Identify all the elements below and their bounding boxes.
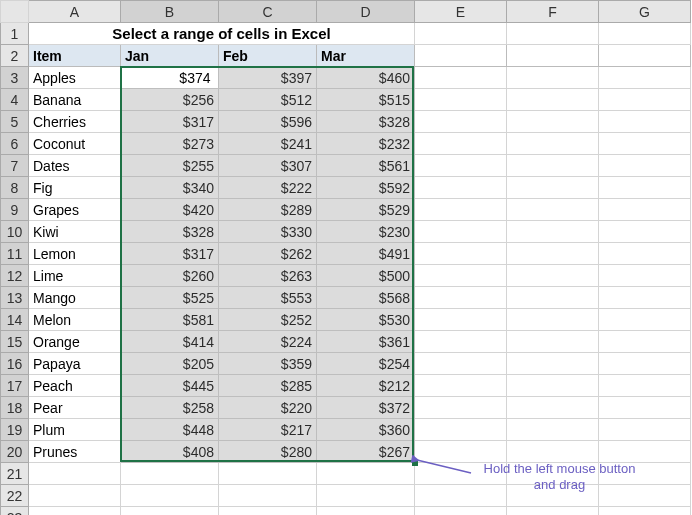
row-header-13[interactable]: 13: [1, 287, 29, 309]
cell-item-19[interactable]: Plum: [29, 419, 121, 441]
cell-G9[interactable]: [599, 199, 691, 221]
cell-D21[interactable]: [317, 463, 415, 485]
cell-feb-10[interactable]: $330: [219, 221, 317, 243]
header-jan[interactable]: Jan: [121, 45, 219, 67]
cell-feb-17[interactable]: $285: [219, 375, 317, 397]
cell-E3[interactable]: [415, 67, 507, 89]
cell-F7[interactable]: [507, 155, 599, 177]
cell-item-17[interactable]: Peach: [29, 375, 121, 397]
cell-mar-3[interactable]: $460: [317, 67, 415, 89]
cell-jan-11[interactable]: $317: [121, 243, 219, 265]
column-header-C[interactable]: C: [219, 1, 317, 23]
cell-F6[interactable]: [507, 133, 599, 155]
cell-feb-12[interactable]: $263: [219, 265, 317, 287]
cell-feb-11[interactable]: $262: [219, 243, 317, 265]
cell-E1[interactable]: [415, 23, 507, 45]
row-header-11[interactable]: 11: [1, 243, 29, 265]
cell-item-16[interactable]: Papaya: [29, 353, 121, 375]
cell-F11[interactable]: [507, 243, 599, 265]
row-header-22[interactable]: 22: [1, 485, 29, 507]
cell-E17[interactable]: [415, 375, 507, 397]
cell-G15[interactable]: [599, 331, 691, 353]
cell-feb-6[interactable]: $241: [219, 133, 317, 155]
cell-E8[interactable]: [415, 177, 507, 199]
cell-D22[interactable]: [317, 485, 415, 507]
cell-mar-14[interactable]: $530: [317, 309, 415, 331]
row-header-15[interactable]: 15: [1, 331, 29, 353]
cell-G4[interactable]: [599, 89, 691, 111]
cell-jan-20[interactable]: $408: [121, 441, 219, 463]
cell-item-14[interactable]: Melon: [29, 309, 121, 331]
cell-feb-16[interactable]: $359: [219, 353, 317, 375]
cell-item-18[interactable]: Pear: [29, 397, 121, 419]
cell-F4[interactable]: [507, 89, 599, 111]
cell-mar-6[interactable]: $232: [317, 133, 415, 155]
cell-E10[interactable]: [415, 221, 507, 243]
cell-F5[interactable]: [507, 111, 599, 133]
cell-E9[interactable]: [415, 199, 507, 221]
column-header-B[interactable]: B: [121, 1, 219, 23]
row-header-16[interactable]: 16: [1, 353, 29, 375]
cell-feb-18[interactable]: $220: [219, 397, 317, 419]
cell-mar-10[interactable]: $230: [317, 221, 415, 243]
cell-item-13[interactable]: Mango: [29, 287, 121, 309]
cell-A23[interactable]: [29, 507, 121, 516]
cell-jan-9[interactable]: $420: [121, 199, 219, 221]
cell-G12[interactable]: [599, 265, 691, 287]
cell-C21[interactable]: [219, 463, 317, 485]
cell-F17[interactable]: [507, 375, 599, 397]
column-header-D[interactable]: D: [317, 1, 415, 23]
cell-item-9[interactable]: Grapes: [29, 199, 121, 221]
cell-item-10[interactable]: Kiwi: [29, 221, 121, 243]
header-mar[interactable]: Mar: [317, 45, 415, 67]
row-header-3[interactable]: 3: [1, 67, 29, 89]
row-header-9[interactable]: 9: [1, 199, 29, 221]
cell-mar-16[interactable]: $254: [317, 353, 415, 375]
cell-item-7[interactable]: Dates: [29, 155, 121, 177]
cell-feb-14[interactable]: $252: [219, 309, 317, 331]
cell-E7[interactable]: [415, 155, 507, 177]
cell-D23[interactable]: [317, 507, 415, 516]
cell-F14[interactable]: [507, 309, 599, 331]
cell-mar-8[interactable]: $592: [317, 177, 415, 199]
cell-G14[interactable]: [599, 309, 691, 331]
cell-jan-4[interactable]: $256: [121, 89, 219, 111]
row-header-10[interactable]: 10: [1, 221, 29, 243]
row-header-19[interactable]: 19: [1, 419, 29, 441]
row-header-14[interactable]: 14: [1, 309, 29, 331]
row-header-17[interactable]: 17: [1, 375, 29, 397]
cell-E12[interactable]: [415, 265, 507, 287]
cell-mar-18[interactable]: $372: [317, 397, 415, 419]
cell-jan-14[interactable]: $581: [121, 309, 219, 331]
row-header-6[interactable]: 6: [1, 133, 29, 155]
cell-item-3[interactable]: Apples: [29, 67, 121, 89]
cell-item-5[interactable]: Cherries: [29, 111, 121, 133]
row-header-8[interactable]: 8: [1, 177, 29, 199]
cell-F2[interactable]: [507, 45, 599, 67]
cell-G18[interactable]: [599, 397, 691, 419]
cell-C23[interactable]: [219, 507, 317, 516]
cell-G2[interactable]: [599, 45, 691, 67]
cell-G6[interactable]: [599, 133, 691, 155]
cell-F8[interactable]: [507, 177, 599, 199]
cell-mar-5[interactable]: $328: [317, 111, 415, 133]
cell-E5[interactable]: [415, 111, 507, 133]
cell-mar-17[interactable]: $212: [317, 375, 415, 397]
cell-feb-20[interactable]: $280: [219, 441, 317, 463]
cell-mar-11[interactable]: $491: [317, 243, 415, 265]
spreadsheet-grid[interactable]: ABCDEFG1Select a range of cells in Excel…: [0, 0, 691, 515]
cell-F19[interactable]: [507, 419, 599, 441]
cell-B23[interactable]: [121, 507, 219, 516]
cell-F9[interactable]: [507, 199, 599, 221]
column-header-G[interactable]: G: [599, 1, 691, 23]
cell-jan-8[interactable]: $340: [121, 177, 219, 199]
cell-mar-12[interactable]: $500: [317, 265, 415, 287]
cell-F18[interactable]: [507, 397, 599, 419]
cell-mar-19[interactable]: $360: [317, 419, 415, 441]
cell-G20[interactable]: [599, 441, 691, 463]
cell-E20[interactable]: [415, 441, 507, 463]
cell-item-11[interactable]: Lemon: [29, 243, 121, 265]
cell-F13[interactable]: [507, 287, 599, 309]
row-header-7[interactable]: 7: [1, 155, 29, 177]
cell-mar-4[interactable]: $515: [317, 89, 415, 111]
